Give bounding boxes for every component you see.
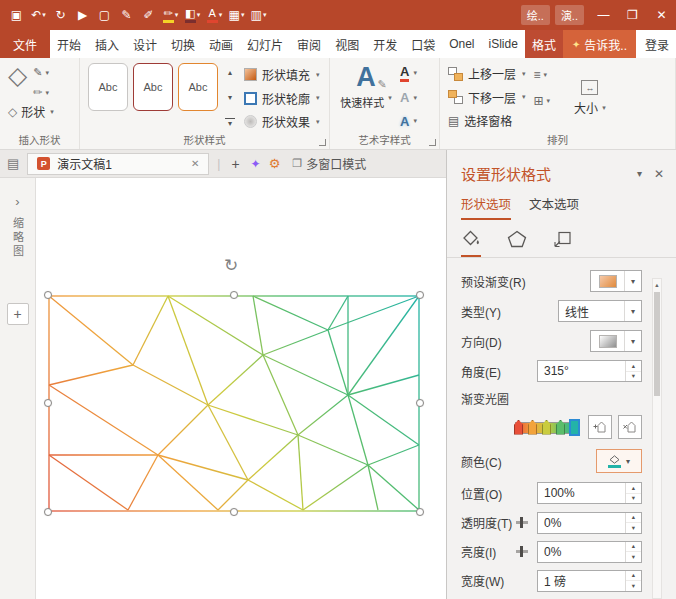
rotation-handle[interactable]: ↻: [224, 257, 238, 274]
start-slideshow-icon[interactable]: ▶: [72, 3, 93, 27]
add-gradient-stop-button[interactable]: [588, 415, 612, 439]
size-button[interactable]: ↔ 大小▾: [566, 63, 614, 133]
tab-view[interactable]: 视图: [328, 30, 366, 58]
highlighter-icon[interactable]: ✏▾: [160, 3, 181, 27]
stop-color-button[interactable]: ▾: [596, 449, 642, 473]
spin-up-icon[interactable]: ▴: [626, 513, 641, 524]
dialog-launcher-icon[interactable]: [319, 139, 326, 146]
send-backward-button[interactable]: 下移一层▾: [448, 89, 526, 106]
quick-styles-button[interactable]: A✎ 快速样式▾: [338, 63, 394, 133]
chevron-down-icon[interactable]: ▾: [175, 11, 179, 19]
expand-pane-chevron-icon[interactable]: ›: [15, 194, 19, 209]
pen-icon[interactable]: ✐: [138, 3, 159, 27]
gallery-more-button[interactable]: ▾: [225, 118, 235, 128]
tab-animations[interactable]: 动画: [202, 30, 240, 58]
slider-handle[interactable]: [520, 517, 523, 528]
multi-window-mode-button[interactable]: ❐ 多窗口模式: [292, 155, 366, 172]
tab-file[interactable]: 文件: [0, 30, 50, 58]
close-tab-icon[interactable]: ✕: [191, 158, 199, 169]
pane-scrollbar[interactable]: ▴: [652, 278, 662, 599]
direction-dropdown[interactable]: ▾: [590, 330, 642, 352]
shape-gallery-icon[interactable]: ◇: [8, 63, 27, 88]
gear-icon[interactable]: ⚙: [269, 156, 281, 171]
shape-style-preview-3[interactable]: Abc: [178, 63, 218, 111]
tab-islide[interactable]: iSlide: [482, 30, 525, 58]
shape-style-preview-1[interactable]: Abc: [88, 63, 128, 111]
eyedropper-icon[interactable]: ✎: [116, 3, 137, 27]
gradient-stop-5-selected[interactable]: [569, 419, 580, 436]
shape-fill-button[interactable]: 形状填充▾: [244, 66, 320, 83]
tab-onekey[interactable]: Onel: [442, 30, 481, 58]
selection-handle-sw[interactable]: [44, 508, 52, 516]
tab-insert[interactable]: 插入: [88, 30, 126, 58]
close-button[interactable]: ✕: [647, 0, 676, 30]
shape-style-preview-2[interactable]: Abc: [133, 63, 173, 111]
gallery-up-button[interactable]: ▴: [225, 68, 235, 77]
text-box-button[interactable]: ✏▾: [33, 86, 49, 99]
tab-transitions[interactable]: 切换: [164, 30, 202, 58]
normal-view-icon[interactable]: ▤: [7, 156, 19, 171]
thumbnail-pane-label[interactable]: 缩略图: [10, 217, 26, 259]
effects-icon[interactable]: [507, 230, 527, 257]
selection-handle-ne[interactable]: [416, 291, 424, 299]
slider-handle[interactable]: [520, 546, 523, 557]
chevron-down-icon[interactable]: ▾: [241, 11, 245, 19]
size-properties-icon[interactable]: [553, 230, 573, 257]
save-icon[interactable]: ▣: [6, 3, 27, 27]
chart-icon[interactable]: ▥▾: [248, 3, 269, 27]
spin-up-icon[interactable]: ▴: [626, 483, 641, 494]
pane-close-icon[interactable]: ✕: [654, 167, 664, 181]
selection-handle-n[interactable]: [230, 291, 238, 299]
tab-format-active[interactable]: 格式: [525, 30, 563, 58]
font-color-icon[interactable]: A▾: [204, 3, 225, 27]
pane-options-chevron-icon[interactable]: ▾: [637, 168, 642, 179]
new-tab-button[interactable]: +: [228, 156, 242, 172]
brightness-spinner[interactable]: 0% ▴▾: [537, 541, 642, 563]
selection-pane-button[interactable]: ▤选择窗格: [448, 112, 526, 129]
selection-handle-se[interactable]: [416, 508, 424, 516]
undo-icon[interactable]: ↶▾: [28, 3, 49, 27]
selection-handle-nw[interactable]: [44, 291, 52, 299]
preset-gradient-dropdown[interactable]: ▾: [590, 270, 642, 292]
text-outline-button[interactable]: A▾: [400, 90, 417, 105]
fill-line-icon[interactable]: [461, 230, 481, 257]
tab-shape-options[interactable]: 形状选项: [461, 194, 511, 220]
shape-fill-icon[interactable]: ◧▾: [182, 3, 203, 27]
restore-button[interactable]: ❐: [618, 0, 647, 30]
remove-gradient-stop-button[interactable]: [618, 415, 642, 439]
type-dropdown[interactable]: 线性 ▾: [558, 300, 642, 322]
text-fill-button[interactable]: A▾: [400, 65, 417, 82]
spin-down-icon[interactable]: ▾: [626, 494, 641, 504]
shape-effects-button[interactable]: 形状效果▾: [244, 113, 320, 130]
chevron-down-icon[interactable]: ▾: [219, 11, 223, 19]
minimize-button[interactable]: —: [589, 0, 618, 30]
selection-handle-s[interactable]: [230, 508, 238, 516]
sign-in-link[interactable]: 登录: [636, 30, 676, 58]
spin-down-icon[interactable]: ▾: [626, 552, 641, 562]
slide-canvas[interactable]: ↻: [36, 178, 446, 599]
tab-text-options[interactable]: 文本选项: [529, 194, 579, 220]
transparency-slider[interactable]: [516, 521, 528, 524]
edit-shape-button[interactable]: ✎▾: [33, 66, 49, 79]
tab-review[interactable]: 审阅: [290, 30, 328, 58]
tab-home[interactable]: 开始: [50, 30, 88, 58]
tell-me-box[interactable]: ✦告诉我..: [563, 30, 636, 58]
spin-up-icon[interactable]: ▴: [626, 571, 641, 582]
align-button[interactable]: ≡▾: [534, 68, 551, 82]
tab-developer[interactable]: 开发: [366, 30, 404, 58]
width-spinner[interactable]: 1 磅 ▴▾: [537, 570, 642, 592]
document-tab[interactable]: P 演示文稿1 ✕: [27, 153, 209, 175]
text-effects-button[interactable]: A▾: [400, 114, 417, 129]
spin-up-icon[interactable]: ▴: [626, 542, 641, 553]
selected-shape[interactable]: ↻: [48, 295, 420, 512]
chevron-down-icon[interactable]: ▾: [263, 11, 267, 19]
scrollbar-thumb[interactable]: [654, 292, 660, 396]
redo-icon[interactable]: ↻: [50, 3, 71, 27]
tab-design[interactable]: 设计: [126, 30, 164, 58]
tab-pocket[interactable]: 口袋: [404, 30, 442, 58]
position-spinner[interactable]: 100% ▴▾: [537, 482, 642, 504]
selection-handle-w[interactable]: [44, 399, 52, 407]
transparency-spinner[interactable]: 0% ▴▾: [537, 512, 642, 534]
chevron-down-icon[interactable]: ▾: [42, 11, 46, 19]
spin-down-icon[interactable]: ▾: [626, 372, 641, 382]
